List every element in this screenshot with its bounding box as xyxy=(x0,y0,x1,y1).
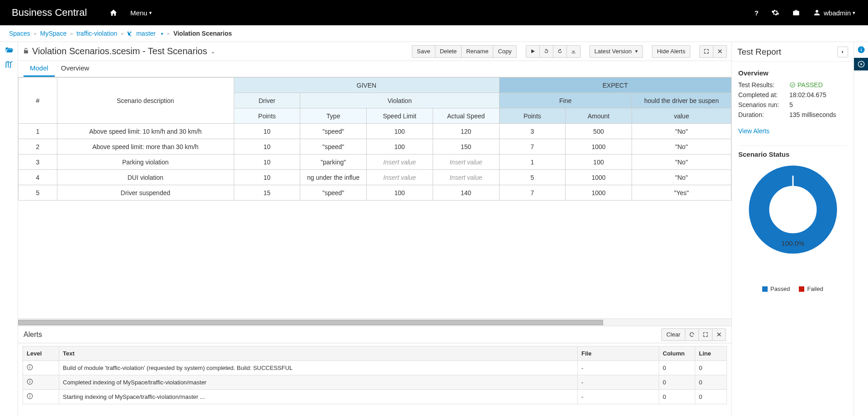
table-cell[interactable]: "No" xyxy=(632,154,731,170)
redo-button[interactable] xyxy=(553,45,567,58)
leaf-amount[interactable]: Amount xyxy=(566,108,632,124)
folder-open-icon[interactable] xyxy=(5,46,14,55)
table-cell[interactable]: 15 xyxy=(234,185,300,201)
table-row[interactable]: 2Above speed limit: more than 30 km/h10"… xyxy=(19,139,731,154)
table-cell[interactable]: Insert value xyxy=(433,154,499,170)
leaf-actual-speed[interactable]: Actual Speed xyxy=(433,108,499,124)
apps-button[interactable] xyxy=(786,0,807,25)
table-row[interactable]: 4DUI violation10ng under the influeInser… xyxy=(19,170,731,185)
home-button[interactable] xyxy=(103,0,124,25)
table-cell[interactable]: Insert value xyxy=(367,154,433,170)
leaf-driver-points[interactable]: Points xyxy=(234,108,300,124)
alerts-col-column[interactable]: Column xyxy=(659,346,695,361)
group-given[interactable]: GIVEN xyxy=(234,78,499,93)
table-cell[interactable]: Driver suspended xyxy=(57,185,234,201)
table-cell[interactable]: "No" xyxy=(632,170,731,185)
clear-alerts-button[interactable]: Clear xyxy=(661,328,685,341)
caret-down-icon[interactable]: ⌄ xyxy=(211,48,215,55)
table-cell[interactable]: 3 xyxy=(499,124,566,139)
table-cell[interactable]: 1000 xyxy=(566,139,632,154)
table-cell[interactable]: "No" xyxy=(632,139,731,154)
table-cell[interactable]: 500 xyxy=(566,124,632,139)
latest-version-button[interactable]: Latest Version▾ xyxy=(590,45,643,58)
help-button[interactable]: ? xyxy=(748,0,765,25)
table-cell[interactable]: 7 xyxy=(499,185,566,201)
scrollbar-thumb[interactable] xyxy=(18,320,603,325)
table-cell[interactable]: Above speed limit: 10 km/h and 30 km/h xyxy=(57,124,234,139)
test-run-tab[interactable] xyxy=(854,58,868,70)
save-button[interactable]: Save xyxy=(412,45,435,58)
table-cell[interactable]: "speed" xyxy=(300,139,367,154)
table-cell[interactable]: "parking" xyxy=(300,154,367,170)
alerts-col-text[interactable]: Text xyxy=(59,346,578,361)
table-cell[interactable]: "speed" xyxy=(300,185,367,201)
alert-row[interactable]: Starting indexing of MySpace/traffic-vio… xyxy=(23,390,727,404)
table-cell[interactable]: 1 xyxy=(19,124,57,139)
horizontal-scrollbar[interactable] xyxy=(18,318,731,326)
table-cell[interactable]: Parking violation xyxy=(57,154,234,170)
user-menu[interactable]: wbadmin ▾ xyxy=(807,0,862,25)
table-cell[interactable]: Insert value xyxy=(433,170,499,185)
table-cell[interactable]: 2 xyxy=(19,139,57,154)
sub-violation[interactable]: Violation xyxy=(300,93,499,108)
leaf-type[interactable]: Type xyxy=(300,108,367,124)
leaf-speed-limit[interactable]: Speed Limit xyxy=(367,108,433,124)
table-cell[interactable]: 1000 xyxy=(566,170,632,185)
breadcrumb-space[interactable]: MySpace xyxy=(40,30,66,37)
alerts-col-file[interactable]: File xyxy=(578,346,659,361)
breadcrumb-project[interactable]: traffic-violation xyxy=(76,30,117,37)
sub-fine[interactable]: Fine xyxy=(499,93,632,108)
sub-driver[interactable]: Driver xyxy=(234,93,300,108)
close-alerts-button[interactable] xyxy=(712,328,726,341)
scenario-table[interactable]: # Scenario description GIVEN EXPECT Driv… xyxy=(18,77,731,201)
table-cell[interactable]: 100 xyxy=(566,154,632,170)
delete-button[interactable]: Delete xyxy=(435,45,462,58)
table-cell[interactable]: Above speed limit: more than 30 km/h xyxy=(57,139,234,154)
close-button[interactable] xyxy=(713,45,727,58)
table-cell[interactable]: 7 xyxy=(499,139,566,154)
leaf-value[interactable]: value xyxy=(632,108,731,124)
table-cell[interactable]: 10 xyxy=(234,170,300,185)
refresh-alerts-button[interactable] xyxy=(685,328,699,341)
tab-model[interactable]: Model xyxy=(24,61,55,77)
table-cell[interactable]: 140 xyxy=(433,185,499,201)
alert-row[interactable]: Completed indexing of MySpace/traffic-vi… xyxy=(23,375,727,390)
tab-overview[interactable]: Overview xyxy=(55,61,96,77)
table-cell[interactable]: "No" xyxy=(632,124,731,139)
table-cell[interactable]: 10 xyxy=(234,124,300,139)
settings-button[interactable] xyxy=(765,0,786,25)
table-cell[interactable]: Insert value xyxy=(367,170,433,185)
table-cell[interactable]: ng under the influe xyxy=(300,170,367,185)
collapse-report-button[interactable] xyxy=(837,47,848,57)
run-button[interactable] xyxy=(526,45,540,58)
table-row[interactable]: 3Parking violation10"parking"Insert valu… xyxy=(19,154,731,170)
leaf-fine-points[interactable]: Points xyxy=(499,108,566,124)
alerts-col-level[interactable]: Level xyxy=(23,346,59,361)
info-button[interactable] xyxy=(857,46,865,55)
col-desc[interactable]: Scenario description xyxy=(57,78,234,124)
expand-alerts-button[interactable] xyxy=(699,328,712,341)
download-button[interactable] xyxy=(567,45,580,58)
menu-dropdown[interactable]: Menu▾ xyxy=(124,0,158,25)
expand-button[interactable] xyxy=(699,45,713,58)
table-cell[interactable]: 4 xyxy=(19,170,57,185)
table-cell[interactable]: "speed" xyxy=(300,124,367,139)
table-cell[interactable]: 1000 xyxy=(566,185,632,201)
hide-alerts-button[interactable]: Hide Alerts xyxy=(652,45,690,58)
table-cell[interactable]: 100 xyxy=(367,139,433,154)
undo-button[interactable] xyxy=(540,45,553,58)
alert-row[interactable]: Build of module 'traffic-violation' (req… xyxy=(23,361,727,375)
caret-down-icon[interactable]: ▾ xyxy=(161,31,163,36)
col-index[interactable]: # xyxy=(19,78,57,124)
table-row[interactable]: 1Above speed limit: 10 km/h and 30 km/h1… xyxy=(19,124,731,139)
table-cell[interactable]: 10 xyxy=(234,139,300,154)
copy-button[interactable]: Copy xyxy=(493,45,516,58)
map-icon[interactable] xyxy=(5,60,14,69)
table-cell[interactable]: 3 xyxy=(19,154,57,170)
breadcrumb-spaces[interactable]: Spaces xyxy=(9,30,30,37)
table-cell[interactable]: "Yes" xyxy=(632,185,731,201)
group-expect[interactable]: EXPECT xyxy=(499,78,731,93)
view-alerts-link[interactable]: View Alerts xyxy=(738,127,769,135)
sub-suspend[interactable]: hould the driver be suspen xyxy=(632,93,731,108)
table-cell[interactable]: 120 xyxy=(433,124,499,139)
